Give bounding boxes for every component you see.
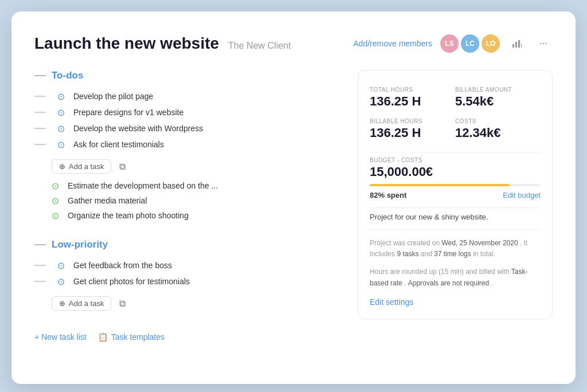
spent-text: 82% spent bbox=[370, 191, 406, 199]
budget-row: 82% spent Edit budget bbox=[370, 191, 541, 199]
edit-settings-button[interactable]: Edit settings bbox=[370, 297, 413, 307]
plus-icon: ⊕ bbox=[59, 299, 65, 308]
stats-grid: TOTAL HOURS 136.25 H BILLABLE AMOUNT 5.5… bbox=[370, 82, 541, 145]
svg-rect-1 bbox=[515, 42, 517, 48]
page-title: Launch the new website bbox=[34, 34, 219, 53]
project-rate: Hours are rounded up (15 min) and billed… bbox=[370, 266, 541, 288]
task-item: ⊙ Get client photos for testimonials bbox=[34, 273, 341, 289]
avatar-ls[interactable]: LS bbox=[440, 34, 459, 53]
task-dash bbox=[34, 112, 46, 113]
clipboard-icon: 📋 bbox=[98, 332, 108, 342]
billable-amount-value: 5.54k€ bbox=[455, 94, 541, 109]
check-icon: ⊙ bbox=[57, 139, 68, 150]
billable-hours-stat: BILLABLE HOURS 136.25 H bbox=[370, 113, 455, 145]
task-item: ⊙ Prepare designs for v1 website bbox=[34, 104, 341, 120]
todos-section: To-dos ⊙ Develop the pilot page ⊙ Prepar… bbox=[34, 70, 341, 223]
chart-icon bbox=[512, 38, 522, 49]
add-task-row: ⊕ Add a task ⧉ bbox=[34, 155, 341, 178]
svg-rect-0 bbox=[512, 44, 514, 48]
sub-tasks: ⊙ Estimate the development based on the … bbox=[34, 178, 341, 223]
check-icon: ⊙ bbox=[57, 276, 68, 287]
stat-divider bbox=[370, 152, 541, 152]
project-meta: Project was created on Wed, 25 November … bbox=[370, 238, 541, 260]
task-dash bbox=[34, 96, 46, 97]
billable-hours-value: 136.25 H bbox=[370, 126, 455, 140]
more-options-button[interactable]: ··· bbox=[534, 34, 553, 53]
project-date: Wed, 25 November 2020 bbox=[441, 239, 518, 247]
task-text: Develop the pilot page bbox=[73, 92, 153, 101]
svg-rect-2 bbox=[518, 40, 520, 48]
total-hours-label: TOTAL HOURS bbox=[370, 87, 455, 93]
main-window: Launch the new website The New Client Ad… bbox=[11, 11, 576, 384]
stat-divider-2 bbox=[370, 207, 541, 208]
add-task-button[interactable]: ⊕ Add a task bbox=[52, 159, 111, 174]
add-members-button[interactable]: Add/remove members bbox=[353, 39, 432, 48]
check-icon: ⊙ bbox=[57, 107, 68, 117]
header: Launch the new website The New Client Ad… bbox=[34, 34, 553, 53]
green-check-icon: ⊙ bbox=[52, 210, 62, 221]
avatar-lo[interactable]: LO bbox=[482, 34, 500, 53]
add-task-button-low[interactable]: ⊕ Add a task bbox=[52, 296, 111, 311]
low-priority-section: Low-priority ⊙ Get feedback from the bos… bbox=[34, 239, 341, 315]
avatar-lc[interactable]: LC bbox=[461, 34, 479, 53]
check-icon: ⊙ bbox=[57, 91, 68, 101]
task-templates-button[interactable]: 📋 Task templates bbox=[98, 332, 165, 342]
avatars: LS LC LO bbox=[440, 34, 500, 53]
plus-icon: ⊕ bbox=[59, 162, 65, 171]
progress-bar-fill bbox=[370, 184, 510, 186]
header-right: Add/remove members LS LC LO ··· bbox=[353, 34, 553, 53]
check-icon: ⊙ bbox=[57, 123, 68, 134]
sub-task-text: Organize the team photo shooting bbox=[68, 211, 189, 220]
right-panel: TOTAL HOURS 136.25 H BILLABLE AMOUNT 5.5… bbox=[358, 70, 553, 342]
left-panel: To-dos ⊙ Develop the pilot page ⊙ Prepar… bbox=[34, 70, 341, 342]
budget-label: BUDGET - COSTS bbox=[370, 157, 541, 163]
sub-task-item: ⊙ Estimate the development based on the … bbox=[52, 178, 341, 193]
progress-bar-track bbox=[370, 184, 541, 186]
billable-hours-label: BILLABLE HOURS bbox=[370, 118, 455, 124]
billable-amount-stat: BILLABLE AMOUNT 5.54k€ bbox=[455, 82, 541, 113]
costs-value: 12.34k€ bbox=[455, 126, 541, 140]
approvals-status: Approvals are not required bbox=[408, 279, 489, 287]
task-text: Get client photos for testimonials bbox=[73, 277, 190, 286]
low-priority-section-title: Low-priority bbox=[52, 239, 108, 250]
sub-task-text: Estimate the development based on the ..… bbox=[68, 181, 218, 190]
template-icon-button[interactable]: ⧉ bbox=[119, 162, 126, 172]
edit-budget-button[interactable]: Edit budget bbox=[503, 191, 541, 199]
client-name: The New Client bbox=[228, 41, 291, 51]
task-item: ⊙ Develop the website with Wordpress bbox=[34, 120, 341, 136]
section-dash bbox=[34, 75, 46, 76]
budget-section: BUDGET - COSTS 15,000.00€ 82% spent Edit… bbox=[370, 157, 541, 199]
new-task-list-button[interactable]: + New task list bbox=[34, 332, 87, 342]
task-dash bbox=[34, 281, 46, 282]
green-check-icon: ⊙ bbox=[52, 195, 62, 206]
costs-stat: COSTS 12.34k€ bbox=[455, 113, 541, 145]
task-text: Develop the website with Wordpress bbox=[73, 124, 203, 133]
costs-label: COSTS bbox=[455, 118, 541, 124]
task-dash bbox=[34, 265, 46, 266]
footer-links: + New task list 📋 Task templates bbox=[34, 332, 341, 342]
main-content: To-dos ⊙ Develop the pilot page ⊙ Prepar… bbox=[34, 70, 553, 342]
task-text: Ask for client testimonials bbox=[73, 140, 164, 149]
task-dash bbox=[34, 128, 46, 129]
sub-task-item: ⊙ Organize the team photo shooting bbox=[52, 208, 341, 223]
new-task-list-label: + New task list bbox=[34, 332, 87, 342]
add-task-label: Add a task bbox=[69, 162, 104, 171]
task-templates-label: Task templates bbox=[111, 332, 165, 342]
task-item: ⊙ Ask for client testimonials bbox=[34, 136, 341, 152]
project-description: Project for our new & shiny website. bbox=[370, 213, 541, 230]
svg-rect-3 bbox=[521, 43, 522, 48]
header-left: Launch the new website The New Client bbox=[34, 34, 291, 53]
total-hours-stat: TOTAL HOURS 136.25 H bbox=[370, 82, 455, 113]
budget-value: 15,000.00€ bbox=[370, 164, 541, 179]
template-icon-button-low[interactable]: ⧉ bbox=[119, 299, 126, 309]
chart-icon-button[interactable] bbox=[508, 34, 526, 53]
task-item: ⊙ Get feedback from the boss bbox=[34, 257, 341, 273]
sub-task-text: Gather media material bbox=[68, 196, 147, 205]
section-dash bbox=[34, 244, 46, 245]
add-task-label: Add a task bbox=[69, 299, 104, 308]
green-check-icon: ⊙ bbox=[52, 181, 62, 191]
time-logs-count: 37 time logs bbox=[434, 250, 471, 258]
billable-amount-label: BILLABLE AMOUNT bbox=[455, 87, 541, 93]
sub-task-item: ⊙ Gather media material bbox=[52, 193, 341, 208]
task-dash bbox=[34, 144, 46, 145]
